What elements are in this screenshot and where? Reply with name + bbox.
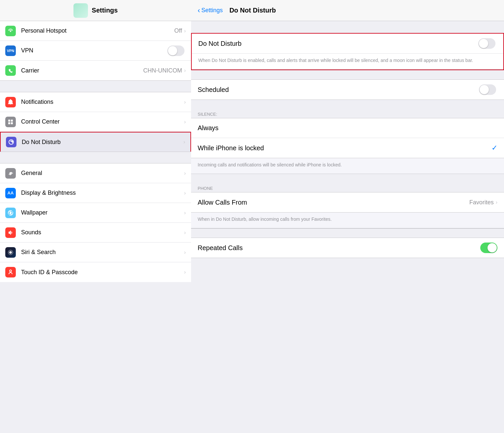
do-not-disturb-chevron: › bbox=[183, 139, 185, 145]
repeated-calls-group: Repeated Calls bbox=[191, 238, 504, 258]
svg-rect-3 bbox=[11, 122, 13, 124]
right-content: Do Not Disturb When Do Not Disturb is en… bbox=[191, 21, 504, 433]
general-icon bbox=[5, 168, 16, 179]
gap-2 bbox=[0, 152, 191, 163]
notifications-label: Notifications bbox=[21, 99, 184, 105]
repeated-calls-row[interactable]: Repeated Calls bbox=[191, 238, 504, 258]
scheduled-group: Scheduled bbox=[191, 79, 504, 100]
sounds-icon bbox=[5, 227, 16, 238]
right-header: ‹ Settings Do Not Disturb bbox=[191, 0, 504, 21]
sidebar-item-wallpaper[interactable]: Wallpaper › bbox=[0, 203, 191, 223]
vpn-toggle[interactable] bbox=[167, 45, 184, 56]
sidebar-item-control-center[interactable]: Control Center › bbox=[0, 112, 191, 132]
top-section-group: Personal Hotspot Off › VPN VPN Carrier C… bbox=[0, 21, 191, 80]
gap-r2 bbox=[191, 100, 504, 109]
touch-id-chevron: › bbox=[184, 269, 186, 275]
touch-id-icon bbox=[5, 267, 16, 277]
dnd-toggle-row[interactable]: Do Not Disturb bbox=[192, 34, 503, 53]
personal-hotspot-label: Personal Hotspot bbox=[21, 27, 174, 34]
sidebar-item-touch-id[interactable]: Touch ID & Passcode › bbox=[0, 262, 191, 282]
dnd-toggle-switch[interactable] bbox=[478, 38, 495, 49]
sidebar-item-siri-search[interactable]: Siri & Search › bbox=[0, 243, 191, 262]
carrier-chevron: › bbox=[184, 68, 186, 73]
while-locked-label: While iPhone is locked bbox=[198, 144, 491, 152]
sidebar-item-personal-hotspot[interactable]: Personal Hotspot Off › bbox=[0, 21, 191, 41]
general-label: General bbox=[21, 170, 184, 177]
vpn-label: VPN bbox=[21, 47, 167, 54]
svg-rect-0 bbox=[8, 120, 10, 122]
carrier-label: Carrier bbox=[21, 67, 143, 74]
gap-1 bbox=[0, 80, 191, 92]
carrier-value: CHN-UNICOM bbox=[143, 67, 182, 74]
back-button[interactable]: ‹ Settings bbox=[198, 6, 223, 15]
vpn-icon: VPN bbox=[5, 45, 16, 56]
settings-title: Settings bbox=[92, 7, 118, 14]
scheduled-toggle[interactable] bbox=[479, 84, 496, 95]
notifications-chevron: › bbox=[184, 99, 186, 105]
phone-header: PHONE bbox=[191, 183, 504, 192]
always-row[interactable]: Always bbox=[191, 118, 504, 138]
personal-hotspot-value: Off bbox=[174, 27, 182, 34]
control-center-icon bbox=[5, 117, 16, 127]
sidebar-item-general[interactable]: General › bbox=[0, 163, 191, 183]
control-center-chevron: › bbox=[184, 119, 186, 125]
siri-search-chevron: › bbox=[184, 249, 186, 255]
sidebar-item-carrier[interactable]: Carrier CHN-UNICOM › bbox=[0, 61, 191, 80]
dnd-toggle-group: Do Not Disturb When Do Not Disturb is en… bbox=[191, 33, 504, 70]
allow-calls-row[interactable]: Allow Calls From Favorites › bbox=[191, 192, 504, 212]
sidebar-item-sounds[interactable]: Sounds › bbox=[0, 223, 191, 243]
back-label: Settings bbox=[201, 7, 223, 14]
gap-r1 bbox=[191, 70, 504, 79]
notifications-icon bbox=[5, 97, 16, 107]
allow-calls-value: Favorites bbox=[469, 199, 494, 206]
personal-hotspot-icon bbox=[5, 26, 16, 36]
display-brightness-chevron: › bbox=[184, 190, 186, 196]
display-brightness-icon: AA bbox=[5, 188, 16, 198]
silence-header: SILENCE: bbox=[191, 109, 504, 118]
carrier-icon bbox=[5, 65, 16, 76]
display-brightness-label: Display & Brightness bbox=[21, 189, 184, 196]
while-locked-row[interactable]: While iPhone is locked ✓ bbox=[191, 138, 504, 158]
allow-calls-label: Allow Calls From bbox=[198, 199, 469, 206]
middle-section-group: Notifications › Control Center › Do Not … bbox=[0, 92, 191, 152]
dnd-description: When Do Not Disturb is enabled, calls an… bbox=[192, 53, 503, 70]
scheduled-label: Scheduled bbox=[198, 86, 479, 94]
do-not-disturb-icon bbox=[6, 137, 16, 147]
left-panel: Settings Personal Hotspot Off › VPN VPN bbox=[0, 0, 191, 433]
sidebar-item-display-brightness[interactable]: AA Display & Brightness › bbox=[0, 183, 191, 203]
repeated-calls-toggle[interactable] bbox=[480, 243, 497, 253]
scheduled-row[interactable]: Scheduled bbox=[191, 80, 504, 100]
control-center-label: Control Center bbox=[21, 118, 184, 125]
sounds-label: Sounds bbox=[21, 229, 184, 236]
gap-r3 bbox=[191, 174, 504, 183]
sidebar-item-notifications[interactable]: Notifications › bbox=[0, 92, 191, 112]
always-label: Always bbox=[198, 124, 497, 132]
wallpaper-chevron: › bbox=[184, 210, 186, 216]
wallpaper-icon bbox=[5, 208, 16, 218]
personal-hotspot-chevron: › bbox=[184, 28, 186, 34]
sidebar-item-do-not-disturb[interactable]: Do Not Disturb › bbox=[0, 132, 191, 152]
phone-group: Allow Calls From Favorites › bbox=[191, 192, 504, 213]
right-top-gap bbox=[191, 21, 504, 33]
silence-group: Always While iPhone is locked ✓ bbox=[191, 118, 504, 158]
repeated-calls-label: Repeated Calls bbox=[198, 244, 480, 252]
back-chevron-icon: ‹ bbox=[198, 6, 200, 15]
do-not-disturb-label: Do Not Disturb bbox=[22, 139, 183, 146]
while-locked-desc: Incoming calls and notifications will be… bbox=[191, 158, 504, 174]
svg-rect-2 bbox=[8, 122, 10, 124]
siri-search-icon bbox=[5, 247, 16, 258]
settings-list: Personal Hotspot Off › VPN VPN Carrier C… bbox=[0, 21, 191, 433]
silence-section: SILENCE: Always While iPhone is locked ✓… bbox=[191, 109, 504, 174]
sidebar-item-vpn[interactable]: VPN VPN bbox=[0, 41, 191, 61]
do-not-disturb-page-title: Do Not Disturb bbox=[229, 7, 276, 14]
while-locked-checkmark: ✓ bbox=[491, 144, 497, 152]
svg-rect-1 bbox=[11, 120, 13, 122]
phone-section: PHONE Allow Calls From Favorites › When … bbox=[191, 183, 504, 228]
left-header: Settings bbox=[0, 0, 191, 21]
allow-calls-chevron: › bbox=[496, 199, 497, 205]
wallpaper-label: Wallpaper bbox=[21, 209, 184, 216]
bottom-section-group: General › AA Display & Brightness › Wall… bbox=[0, 163, 191, 282]
gap-r4 bbox=[191, 228, 504, 238]
siri-search-label: Siri & Search bbox=[21, 249, 184, 256]
general-chevron: › bbox=[184, 170, 186, 176]
